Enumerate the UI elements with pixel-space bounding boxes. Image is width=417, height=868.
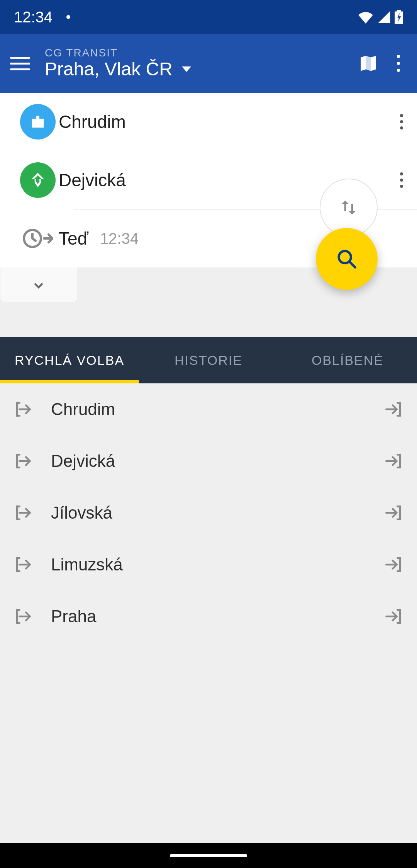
status-icons (358, 10, 403, 24)
tab-history-label: HISTORIE (175, 353, 242, 368)
svg-line-4 (349, 262, 355, 267)
list-item-label: Dejvická (51, 451, 379, 471)
from-row[interactable]: Chrudim (0, 93, 417, 151)
map-icon[interactable] (358, 53, 378, 73)
search-fab[interactable] (316, 228, 378, 290)
search-icon (336, 248, 358, 270)
clock-depart-icon (22, 228, 53, 249)
set-from-icon[interactable] (15, 400, 34, 419)
set-to-icon[interactable] (383, 503, 402, 523)
time-value: 12:34 (100, 230, 139, 247)
set-from-icon[interactable] (15, 503, 34, 523)
list-item[interactable]: Praha (0, 591, 417, 642)
list-item[interactable]: Dejvická (0, 435, 417, 487)
status-time: 12:34 (14, 9, 53, 26)
city-icon (20, 104, 56, 140)
to-more-button[interactable] (386, 172, 417, 188)
app-subtitle: CG TRANSIT (45, 47, 344, 59)
wifi-icon (358, 10, 374, 24)
system-nav-bar (0, 843, 417, 868)
app-bar: CG TRANSIT Praha, Vlak ČR (0, 34, 417, 93)
from-more-button[interactable] (386, 114, 417, 129)
list-item[interactable]: Jílovská (0, 487, 417, 539)
list-item[interactable]: Chrudim (0, 383, 417, 435)
menu-button[interactable] (9, 57, 31, 70)
from-label: Chrudim (57, 111, 386, 132)
overflow-menu-button[interactable] (397, 55, 400, 72)
set-to-icon[interactable] (383, 400, 402, 419)
set-to-icon[interactable] (383, 451, 402, 471)
quick-list: Chrudim Dejvická Jílovská Limuzská Praha (0, 383, 417, 843)
tab-history[interactable]: HISTORIE (139, 337, 278, 383)
status-notification-dot (66, 15, 70, 19)
svg-rect-1 (397, 10, 401, 12)
tab-quick-label: RYCHLÁ VOLBA (15, 353, 124, 368)
region-title: Praha, Vlak ČR (45, 59, 173, 80)
set-from-icon[interactable] (15, 555, 34, 574)
chevron-down-icon (31, 277, 46, 293)
set-from-icon[interactable] (15, 451, 34, 471)
tab-favorites[interactable]: OBLÍBENÉ (278, 337, 417, 383)
set-to-icon[interactable] (383, 555, 402, 574)
list-item-label: Jílovská (51, 503, 379, 523)
time-mode-label: Teď (57, 228, 88, 249)
chevron-down-icon (182, 66, 191, 72)
expand-button[interactable] (0, 267, 77, 302)
swap-vertical-icon (338, 197, 359, 218)
home-handle[interactable] (170, 854, 247, 857)
tab-bar: RYCHLÁ VOLBA HISTORIE OBLÍBENÉ (0, 337, 417, 383)
battery-charging-icon (395, 10, 403, 24)
tab-favorites-label: OBLÍBENÉ (312, 353, 383, 368)
metro-icon (20, 162, 56, 198)
list-item-label: Chrudim (51, 400, 379, 419)
set-to-icon[interactable] (383, 607, 402, 626)
tab-quick[interactable]: RYCHLÁ VOLBA (0, 337, 139, 383)
region-selector[interactable]: CG TRANSIT Praha, Vlak ČR (45, 47, 344, 80)
set-from-icon[interactable] (15, 607, 34, 626)
list-item-label: Limuzská (51, 555, 379, 574)
status-bar: 12:34 (0, 0, 417, 34)
list-item-label: Praha (51, 607, 379, 626)
cellular-icon (378, 10, 391, 24)
list-item[interactable]: Limuzská (0, 539, 417, 591)
